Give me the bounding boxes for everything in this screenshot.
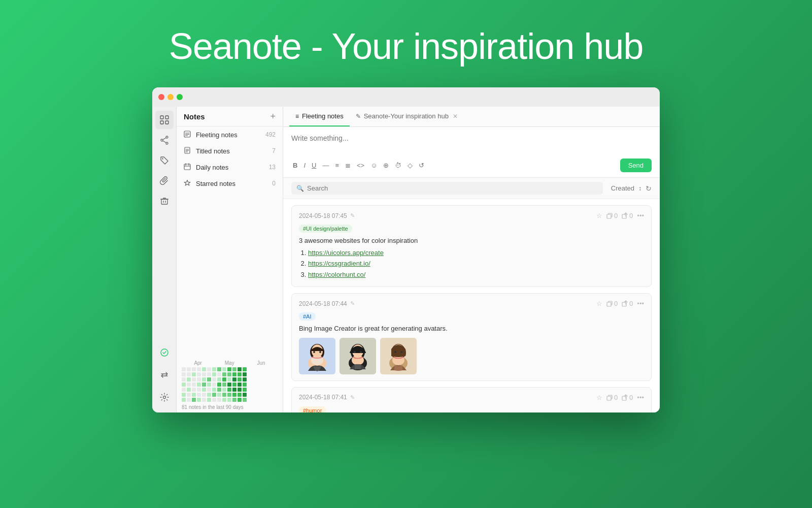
note-2-more-button[interactable]: •••: [637, 300, 644, 307]
note-2-text: Bing Image Creator is great for generati…: [299, 324, 644, 334]
heatmap-cell: [217, 367, 221, 371]
toolbar-code[interactable]: <>: [355, 161, 366, 170]
toolbar-undo[interactable]: ↺: [417, 161, 426, 170]
toolbar-list-ordered[interactable]: ≣: [344, 161, 352, 170]
svg-point-9: [162, 158, 163, 159]
close-button[interactable]: [158, 94, 164, 100]
heatmap-cell: [238, 367, 242, 371]
svg-point-15: [163, 396, 165, 399]
seanote-tab-icon: ✎: [356, 113, 361, 120]
note-1-link-2[interactable]: https://cssgradient.io/: [308, 260, 370, 267]
note-3-star-button[interactable]: ☆: [596, 394, 602, 401]
note-1-share-button[interactable]: 0: [622, 212, 633, 219]
note-3-tag[interactable]: #humor: [299, 405, 644, 413]
heatmap-cell: [227, 398, 231, 402]
refresh-button[interactable]: ↻: [646, 184, 652, 193]
sort-label[interactable]: Created: [611, 184, 634, 192]
starred-notes-label: Starred notes: [196, 180, 272, 187]
sidebar-item-starred[interactable]: Starred notes 0: [177, 175, 283, 192]
sort-direction-icon[interactable]: ↕: [638, 185, 641, 192]
sidebar-item-daily[interactable]: Daily notes 13: [177, 159, 283, 175]
toolbar-italic[interactable]: I: [302, 161, 307, 170]
heatmap-cell: [243, 393, 247, 397]
heatmap-cell: [243, 367, 247, 371]
note-3-edit-icon[interactable]: ✎: [350, 394, 355, 401]
heatmap-cell: [197, 377, 201, 382]
sidebar-item-titled[interactable]: Titled notes 7: [177, 143, 283, 159]
toolbar-time[interactable]: ⏱: [393, 161, 403, 170]
heatmap-column: [207, 367, 211, 402]
sidebar-icon-settings[interactable]: [155, 388, 174, 406]
toolbar-hr[interactable]: —: [321, 161, 330, 170]
minimize-button[interactable]: [167, 94, 174, 100]
heatmap-column: [212, 367, 216, 402]
note-2-star-button[interactable]: ☆: [596, 300, 602, 307]
note-1-star-button[interactable]: ☆: [596, 212, 602, 219]
sidebar-icon-check-circle[interactable]: [155, 343, 174, 362]
toolbar-tag[interactable]: ◇: [406, 161, 414, 170]
add-note-button[interactable]: +: [270, 112, 276, 121]
svg-rect-29: [607, 214, 611, 218]
note-1-edit-icon[interactable]: ✎: [350, 212, 355, 219]
starred-notes-icon: [184, 179, 192, 187]
svg-rect-24: [184, 164, 190, 170]
send-button[interactable]: Send: [620, 158, 652, 172]
heatmap-cell: [217, 377, 221, 382]
heatmap-cell: [232, 393, 236, 397]
sidebar-icon-trash[interactable]: [155, 192, 174, 210]
note-1-tag[interactable]: #UI design/palette: [299, 224, 644, 236]
heatmap-column: [243, 367, 247, 402]
tab-close-button[interactable]: ✕: [453, 113, 458, 120]
heatmap-footer: 81 notes in the last 90 days: [182, 404, 278, 410]
toolbar-emoji[interactable]: ☺: [369, 161, 379, 170]
note-2-share-button[interactable]: 0: [622, 300, 633, 307]
sidebar-icon-attachment[interactable]: [155, 172, 174, 190]
note-1-link-1[interactable]: https://uicolors.app/create: [308, 249, 384, 257]
note-3-share-button[interactable]: 0: [622, 394, 633, 401]
note-card-1: 2024-05-18 07:45 ✎ ☆ 0 0: [291, 205, 652, 287]
sidebar-item-fleeting[interactable]: Fleeting notes 492: [177, 126, 283, 143]
svg-point-6: [166, 142, 168, 144]
toolbar-attach[interactable]: ⊕: [382, 161, 390, 170]
note-1-link-3[interactable]: https://colorhunt.co/: [308, 271, 365, 278]
note-1-actions: ☆ 0 0 •••: [596, 212, 644, 219]
toolbar-list-unordered[interactable]: ≡: [333, 161, 341, 170]
note-2-edit-icon[interactable]: ✎: [350, 300, 355, 307]
note-1-more-button[interactable]: •••: [637, 212, 644, 219]
seanote-tab-label: Seanote-Your inspiration hub: [364, 112, 449, 120]
search-input[interactable]: [307, 184, 598, 192]
sidebar-icon-tag[interactable]: [155, 151, 174, 170]
heatmap-cell: [227, 383, 231, 387]
heatmap-cell: [238, 393, 242, 397]
sort-area: Created ↕ ↻: [611, 184, 652, 193]
tab-fleeting-notes[interactable]: ≡ Fleeting notes: [289, 107, 350, 126]
fleeting-notes-count: 492: [265, 131, 276, 138]
tab-seanote-hub[interactable]: ✎ Seanote-Your inspiration hub ✕: [350, 107, 464, 126]
sidebar-icon-share[interactable]: [155, 131, 174, 149]
tabs-bar: ≡ Fleeting notes ✎ Seanote-Your inspirat…: [283, 107, 660, 127]
note-1-copy-button[interactable]: 0: [606, 212, 618, 219]
toolbar-bold[interactable]: B: [291, 161, 299, 170]
sidebar-icon-grid[interactable]: [155, 111, 174, 129]
note-1-share-count: 0: [629, 212, 633, 219]
note-2-copy-button[interactable]: 0: [606, 300, 618, 307]
note-2-content: Bing Image Creator is great for generati…: [299, 324, 644, 374]
editor-textarea[interactable]: [291, 134, 652, 152]
heatmap-cell: [217, 388, 221, 392]
note-3-copy-button[interactable]: 0: [606, 394, 618, 401]
note-card-1-header: 2024-05-18 07:45 ✎ ☆ 0 0: [299, 212, 644, 219]
search-box[interactable]: 🔍: [291, 182, 603, 195]
toolbar-underline[interactable]: U: [310, 161, 318, 170]
note-card-3: 2024-05-18 07:41 ✎ ☆ 0 0: [291, 387, 652, 413]
note-2-share-count: 0: [629, 300, 633, 307]
heatmap-cell: [207, 388, 211, 392]
month-may: May: [225, 360, 234, 366]
maximize-button[interactable]: [177, 94, 183, 100]
heatmap-cell: [238, 398, 242, 402]
note-3-more-button[interactable]: •••: [637, 394, 644, 401]
note-card-3-header: 2024-05-18 07:41 ✎ ☆ 0 0: [299, 394, 644, 401]
sidebar-icon-transfer[interactable]: [155, 366, 174, 384]
note-2-tag[interactable]: #AI: [299, 311, 644, 324]
note-card-2-header: 2024-05-18 07:44 ✎ ☆ 0 0: [299, 300, 644, 307]
heatmap-cell: [182, 398, 186, 402]
